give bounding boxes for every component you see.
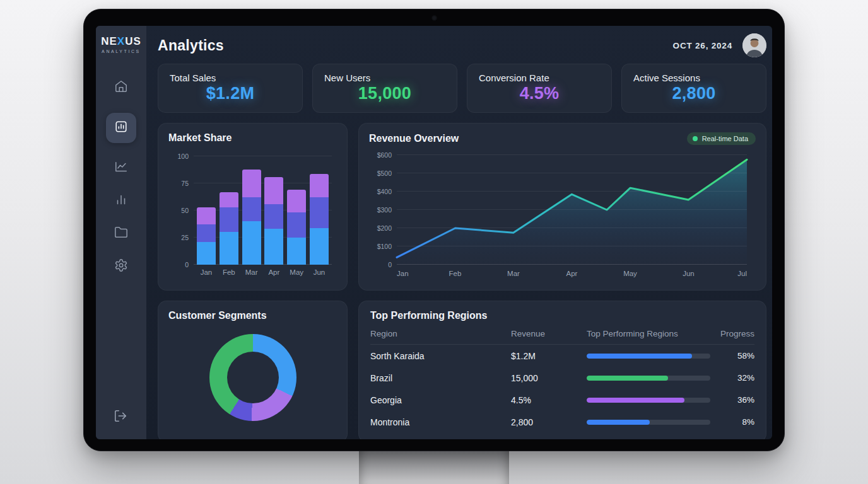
stat-card-conversion-rate: Conversion Rate 4.5% <box>467 64 612 113</box>
revenue-cell: 15,000 <box>511 373 582 383</box>
status-dot-icon <box>693 136 698 141</box>
table-body: Sorth Karaida $1.2M 58% Brazil 15,000 32… <box>370 345 754 433</box>
page-title: Analytics <box>158 37 224 54</box>
main-content: Analytics OCT 26, 2024 Total Sales $1.2M… <box>146 26 772 439</box>
column-header-region: Region <box>370 329 506 338</box>
sidebar-item-trends[interactable] <box>114 161 129 176</box>
table-row: Georgia 4.5% 36% <box>370 389 754 411</box>
settings-gear-icon <box>114 258 128 275</box>
user-avatar[interactable] <box>742 33 766 57</box>
stat-label: Active Sessions <box>633 72 754 83</box>
sidebar-item-files[interactable] <box>114 226 129 241</box>
donut-hole <box>227 352 279 403</box>
header-right: OCT 26, 2024 <box>673 33 766 57</box>
progress-cell: 32% <box>715 373 754 383</box>
revenue-area-svg <box>397 155 747 265</box>
sidebar-nav <box>106 80 136 274</box>
progress-bar-fill <box>587 420 650 425</box>
bottom-row: Customer Segments Top Performing Regions… <box>158 301 766 439</box>
brand-accent-letter: X <box>117 35 125 47</box>
customer-segments-title: Customer Segments <box>168 310 337 321</box>
progress-bar <box>587 376 710 381</box>
brand-logo: NEXUS ANALYTICS <box>101 36 141 54</box>
region-cell: Sorth Karaida <box>370 351 506 361</box>
stat-label: Conversion Rate <box>479 72 600 83</box>
webcam-dot <box>431 15 437 21</box>
revenue-x-axis: JanFebMarAprMayJunJul <box>397 268 747 281</box>
table-row: Brazil 15,000 32% <box>370 367 754 389</box>
progress-bar-fill <box>587 354 692 359</box>
table-row: Sorth Karaida $1.2M 58% <box>370 345 754 367</box>
regions-table-title: Top Performing Regions <box>370 310 754 321</box>
table-row: Montronia 2,800 8% <box>370 411 754 433</box>
line-chart-icon <box>114 160 128 176</box>
charts-row: Market Share 0255075100JanFebMarAprMayJu… <box>158 123 766 291</box>
brand-name: NEXUS <box>101 36 141 47</box>
market-share-card: Market Share 0255075100JanFebMarAprMayJu… <box>158 123 348 291</box>
sidebar-item-home[interactable] <box>114 80 129 95</box>
market-share-chart: 0255075100JanFebMarAprMayJun <box>194 156 332 265</box>
sidebar-item-analytics[interactable] <box>106 113 136 143</box>
stat-value: 4.5% <box>479 84 600 103</box>
stat-label: Total Sales <box>170 72 291 83</box>
column-header-progress: Progress <box>715 329 754 338</box>
stat-value: $1.2M <box>170 84 291 103</box>
table-header-row: Region Revenue Top Performing Regions Pr… <box>370 329 754 345</box>
dashboard-screen: NEXUS ANALYTICS <box>96 26 772 439</box>
stats-row: Total Sales $1.2M New Users 15,000 Conve… <box>158 64 766 113</box>
sidebar-item-logout[interactable] <box>114 409 129 424</box>
regions-table-card: Top Performing Regions Region Revenue To… <box>358 301 766 439</box>
region-cell: Brazil <box>370 373 506 383</box>
sidebar: NEXUS ANALYTICS <box>96 26 146 439</box>
sidebar-item-reports[interactable] <box>114 193 129 209</box>
progress-bar <box>587 420 710 425</box>
market-share-title: Market Share <box>168 132 337 144</box>
regions-table: Region Revenue Top Performing Regions Pr… <box>370 329 754 433</box>
stat-value: 15,000 <box>324 84 445 103</box>
progress-bar-fill <box>587 376 668 381</box>
progress-cell: 58% <box>715 351 754 360</box>
home-icon <box>114 79 128 96</box>
folder-icon <box>114 226 128 242</box>
date-label: OCT 26, 2024 <box>673 41 732 50</box>
progress-bar-fill <box>587 398 684 403</box>
stat-value: 2,800 <box>633 84 754 103</box>
page-header: Analytics OCT 26, 2024 <box>158 33 766 57</box>
revenue-card: Revenue Overview Real-time Data $600$500… <box>358 123 766 291</box>
sidebar-item-settings[interactable] <box>114 259 129 274</box>
progress-cell: 8% <box>715 417 754 427</box>
revenue-title: Revenue Overview <box>369 133 459 144</box>
region-cell: Georgia <box>370 395 506 405</box>
stat-card-new-users: New Users 15,000 <box>312 64 457 113</box>
revenue-header: Revenue Overview Real-time Data <box>369 132 756 145</box>
progress-cell: 36% <box>715 395 754 405</box>
stat-card-active-sessions: Active Sessions 2,800 <box>621 64 766 113</box>
revenue-cell: $1.2M <box>511 351 582 361</box>
stat-label: New Users <box>324 72 445 83</box>
customer-segments-card: Customer Segments <box>158 301 348 439</box>
revenue-chart: $600$500$400$300$200$1000 <box>397 155 747 265</box>
logout-icon <box>114 414 127 425</box>
bar-chart-icon <box>114 120 128 136</box>
column-header-revenue: Revenue <box>511 329 582 338</box>
column-chart-icon <box>114 193 128 209</box>
monitor-frame: NEXUS ANALYTICS <box>83 9 785 451</box>
donut-wrap <box>168 321 337 433</box>
brand-subtitle: ANALYTICS <box>101 49 141 54</box>
customer-segments-donut <box>209 334 296 421</box>
progress-bar <box>587 398 710 403</box>
realtime-badge-label: Real-time Data <box>702 135 748 142</box>
monitor-stand <box>359 449 509 484</box>
stat-card-total-sales: Total Sales $1.2M <box>158 64 303 113</box>
revenue-cell: 2,800 <box>511 417 582 427</box>
column-header-bar: Top Performing Regions <box>587 329 710 338</box>
region-cell: Montronia <box>370 417 506 427</box>
realtime-badge: Real-time Data <box>687 132 756 145</box>
revenue-cell: 4.5% <box>511 395 582 405</box>
progress-bar <box>587 354 710 359</box>
